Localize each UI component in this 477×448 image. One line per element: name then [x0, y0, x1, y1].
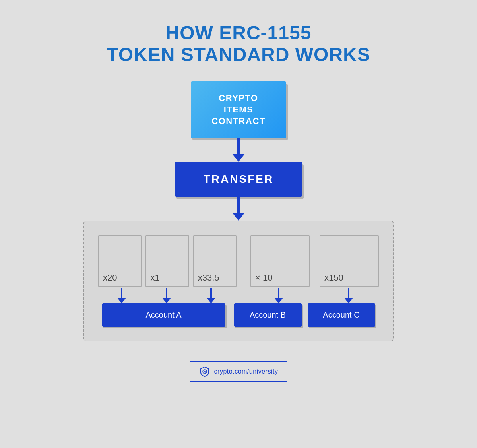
transfer-box: TRANSFER — [175, 162, 302, 197]
shaft-b1 — [278, 288, 279, 298]
token-qty-2: x1 — [150, 273, 159, 283]
arrows-group-b — [246, 288, 311, 303]
head-a1 — [117, 298, 126, 303]
head-a3 — [207, 298, 215, 303]
token-box-3: x33.5 — [193, 235, 237, 287]
account-a-box: Account A — [102, 303, 225, 327]
arrow-head-2 — [232, 213, 245, 221]
arrow-contract-to-transfer — [232, 138, 245, 162]
contract-label: CRYPTO ITEMS CONTRACT — [211, 93, 265, 126]
token-qty-5: x150 — [324, 273, 343, 283]
arrow-b1 — [274, 288, 283, 303]
arrow-c1 — [344, 288, 353, 303]
main-title: HOW ERC-1155 TOKEN STANDARD WORKS — [107, 22, 370, 66]
accounts-row: Account A Account B Account C — [96, 303, 381, 327]
token-qty-3: x33.5 — [198, 273, 219, 283]
footer-text: crypto.com/university — [214, 368, 278, 375]
shaft-a1 — [121, 288, 122, 298]
token-qty-1: x20 — [103, 273, 117, 283]
token-box-2: x1 — [145, 235, 189, 287]
head-a2 — [162, 298, 171, 303]
title-line2: TOKEN STANDARD WORKS — [107, 44, 370, 66]
account-b-box: Account B — [234, 303, 302, 327]
arrow-shaft-2 — [237, 197, 240, 213]
shaft-a2 — [166, 288, 167, 298]
token-box-1: x20 — [98, 235, 142, 287]
arrows-group-c — [316, 288, 381, 303]
svg-text:C: C — [204, 370, 206, 374]
tokens-row: x20 x1 x33.5 × 10 x150 — [96, 235, 381, 287]
crypto-logo-icon: C — [199, 366, 210, 377]
footer: C crypto.com/university — [190, 361, 288, 382]
contract-box: CRYPTO ITEMS CONTRACT — [191, 81, 286, 138]
arrow-a3 — [207, 288, 215, 303]
arrow-head — [232, 154, 245, 162]
account-b-label: Account B — [250, 310, 286, 319]
diagram: CRYPTO ITEMS CONTRACT TRANSFER x20 x1 x3… — [83, 81, 394, 341]
shaft-c1 — [348, 288, 349, 298]
head-b1 — [274, 298, 283, 303]
transfer-label: TRANSFER — [204, 173, 273, 185]
arrow-transfer-to-tokens — [232, 197, 245, 221]
token-qty-4: × 10 — [255, 273, 272, 283]
token-box-4: × 10 — [250, 235, 310, 287]
arrows-row — [96, 288, 381, 303]
account-a-label: Account A — [145, 310, 181, 319]
title-line1: HOW ERC-1155 — [107, 22, 370, 44]
head-c1 — [344, 298, 353, 303]
arrows-group-a — [96, 288, 237, 303]
token-box-5: x150 — [320, 235, 379, 287]
arrow-a1 — [117, 288, 126, 303]
dashed-container: x20 x1 x33.5 × 10 x150 — [83, 221, 394, 341]
arrow-shaft — [237, 138, 240, 154]
account-c-label: Account C — [323, 310, 359, 319]
shaft-a3 — [210, 288, 212, 298]
arrow-a2 — [162, 288, 171, 303]
account-c-box: Account C — [308, 303, 375, 327]
